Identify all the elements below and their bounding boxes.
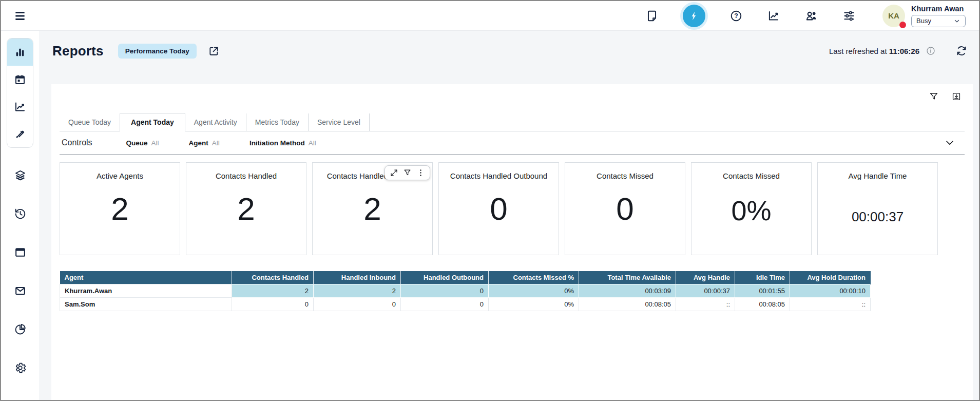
help-icon[interactable]: ?	[729, 9, 743, 23]
sidebar-item-browser[interactable]	[7, 238, 33, 266]
column-header[interactable]: Contacts Missed %	[489, 271, 579, 284]
external-link-icon[interactable]	[208, 45, 220, 57]
kpi-title: Avg Handle Time	[818, 171, 937, 180]
cell: 00:08:05	[579, 298, 676, 311]
cell: 00:08:05	[735, 298, 790, 311]
agents-icon[interactable]	[804, 9, 818, 23]
sidebar-item-settings[interactable]	[7, 354, 33, 381]
sidebar-item-history[interactable]	[7, 200, 33, 227]
column-header[interactable]: Agent	[60, 271, 232, 284]
kpi-card-contacts-handled: Contacts Handled 2	[186, 162, 306, 255]
hamburger-icon[interactable]	[13, 9, 27, 23]
column-header[interactable]: Total Time Available	[579, 271, 676, 284]
tab-agent-activity[interactable]: Agent Activity	[185, 113, 246, 131]
line-chart-icon	[14, 101, 26, 113]
tab-queue-today[interactable]: Queue Today	[60, 113, 120, 131]
last-refreshed-time: 11:06:26	[889, 47, 919, 55]
sidebar-item-historical-metrics[interactable]	[7, 93, 33, 120]
column-header[interactable]: Handled Outbound	[401, 271, 489, 284]
svg-text:?: ?	[734, 12, 738, 20]
expand-icon[interactable]	[390, 168, 398, 177]
avatar[interactable]: KA	[882, 5, 905, 27]
design-icon	[14, 128, 26, 140]
filter-icon[interactable]	[929, 91, 939, 102]
column-header[interactable]: Avg Handle	[676, 271, 735, 284]
column-header[interactable]: Avg Hold Duration	[790, 271, 871, 284]
kpi-card-contacts-handled-inbound: Contacts Handled Inbound 2	[312, 162, 433, 255]
main-content: Reports Performance Today Last refreshed…	[39, 31, 979, 400]
cell: 0%	[489, 284, 579, 298]
tab-metrics-today[interactable]: Metrics Today	[246, 113, 309, 131]
panel-toolbar	[60, 89, 965, 104]
tab-agent-today[interactable]: Agent Today	[120, 113, 185, 131]
kpi-title: Contacts Handled	[186, 171, 306, 180]
filter-initiation-method[interactable]: Initiation MethodAll	[249, 139, 316, 147]
kpi-value: 0	[565, 190, 685, 227]
kpi-title: Contacts Missed	[565, 171, 685, 180]
refresh-icon[interactable]	[955, 45, 968, 57]
kpi-value: 2	[60, 190, 180, 227]
kpi-value: 2	[313, 190, 432, 227]
history-icon	[14, 207, 27, 220]
agent-table-wrap: Agent Contacts Handled Handled Inbound H…	[60, 271, 965, 311]
cell: 00:01:55	[735, 284, 790, 298]
bar-chart-icon	[14, 46, 26, 59]
mail-icon	[14, 284, 27, 297]
cell: 00:03:09	[579, 284, 676, 298]
sidebar-item-design[interactable]	[7, 120, 33, 147]
app-shell: Reports Performance Today Last refreshed…	[1, 31, 979, 400]
kpi-card-contacts-missed-pct: Contacts Missed 0%	[691, 162, 812, 255]
cell: 00:00:10	[790, 284, 871, 298]
column-header[interactable]: Idle Time	[735, 271, 790, 284]
chevron-down-icon[interactable]	[944, 137, 955, 148]
filter-queue[interactable]: QueueAll	[126, 139, 159, 147]
table-header-row: Agent Contacts Handled Handled Inbound H…	[60, 271, 871, 284]
page-header: Reports Performance Today Last refreshed…	[39, 31, 979, 71]
sidebar-item-pie-chart[interactable]	[7, 315, 33, 343]
pie-chart-icon	[14, 323, 27, 336]
user-block: Khurram Awan Busy	[911, 5, 966, 27]
kpi-title: Contacts Handled Outbound	[439, 171, 559, 180]
kpi-value: 0	[439, 190, 559, 227]
settings-icon	[14, 361, 27, 374]
table-row: Khurram.Awan 2 2 0 0% 00:03:09 00:00:37 …	[60, 284, 871, 298]
report-panel: Queue Today Agent Today Agent Activity M…	[51, 84, 973, 400]
info-icon[interactable]	[926, 46, 936, 56]
status-dot	[899, 22, 906, 28]
notes-icon[interactable]	[645, 9, 659, 23]
cell: 0	[401, 298, 489, 311]
top-bar: ? KA Khurram Awan Busy	[1, 1, 979, 31]
cell: 0	[401, 284, 489, 298]
user-name: Khurram Awan	[911, 5, 966, 13]
last-refreshed-label: Last refreshed at 11:06:26	[829, 47, 919, 55]
kpi-card-contacts-missed: Contacts Missed 0	[565, 162, 685, 255]
avatar-initials: KA	[888, 11, 899, 20]
cell: ::	[676, 298, 735, 311]
cell-agent: Sam.Som	[60, 298, 232, 311]
metrics-icon[interactable]	[767, 9, 780, 23]
column-header[interactable]: Contacts Handled	[232, 271, 314, 284]
sidebar-item-realtime-metrics[interactable]	[7, 39, 33, 66]
lightning-icon[interactable]	[683, 5, 705, 27]
sidebar-item-schedule[interactable]	[7, 66, 33, 93]
filter-agent[interactable]: AgentAll	[189, 139, 220, 147]
status-select[interactable]: Busy	[911, 15, 966, 27]
download-icon[interactable]	[951, 91, 962, 102]
column-header[interactable]: Handled Inbound	[314, 271, 401, 284]
sidebar	[1, 31, 39, 400]
sidebar-report-group	[7, 38, 33, 148]
cell: 2	[232, 284, 314, 298]
tab-service-level[interactable]: Service Level	[309, 113, 370, 131]
controls-label: Controls	[62, 138, 92, 147]
chevron-down-icon	[953, 17, 960, 25]
status-value: Busy	[916, 17, 931, 25]
kebab-icon[interactable]	[416, 168, 425, 177]
sidebar-item-layers[interactable]	[7, 161, 33, 189]
filter-icon[interactable]	[403, 168, 412, 177]
agent-table: Agent Contacts Handled Handled Inbound H…	[60, 271, 871, 311]
table-row: Sam.Som 0 0 0 0% 00:08:05 :: 00:08:05 ::	[60, 298, 871, 311]
cell: 2	[314, 284, 401, 298]
sidebar-item-mail[interactable]	[7, 277, 33, 304]
preferences-icon[interactable]	[842, 9, 856, 23]
kpi-title: Contacts Missed	[691, 171, 811, 180]
